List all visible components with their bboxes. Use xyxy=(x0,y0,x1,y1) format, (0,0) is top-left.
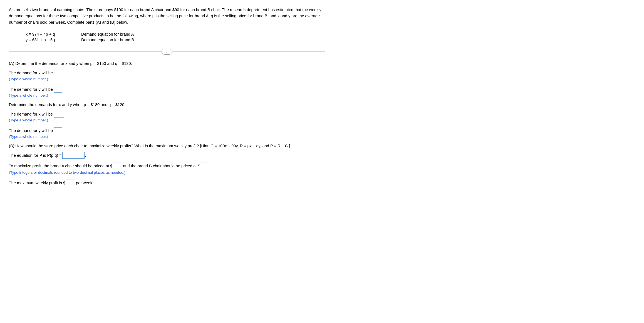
demand-x-second-input[interactable] xyxy=(54,111,64,117)
eq-p-prefix: The equation for P is P(p,q) = xyxy=(9,153,62,158)
demand-y-second-hint: (Type a whole number.) xyxy=(9,134,325,139)
maximize-priceB-box[interactable] xyxy=(201,163,209,169)
equation-row-x: x = 974 − 4p + q Demand equation for bra… xyxy=(26,32,325,36)
demand-y-first-input[interactable] xyxy=(54,86,62,92)
demand-x-first-box[interactable] xyxy=(54,70,62,76)
part-b-section: (B) How should the store price each chai… xyxy=(9,144,325,186)
equation-y-label: Demand equation for brand B xyxy=(81,38,134,42)
profit-prefix: The maximum weekly profit is $ xyxy=(9,181,65,185)
demand-y-first-line: The demand for y will be . xyxy=(9,86,325,93)
eq-p-input[interactable] xyxy=(63,152,84,158)
demand-x-first-hint: (Type a whole number.) xyxy=(9,77,325,81)
demand-y-first-period: . xyxy=(63,87,65,92)
eq-p-box[interactable] xyxy=(62,152,85,159)
profit-suffix: per week. xyxy=(75,181,93,185)
equation-y-left: y = 681 + p − 5q xyxy=(26,38,81,42)
demand-y-first-prefix: The demand for y will be xyxy=(9,87,53,92)
part-a-subtitle: Determine the demands for x and y when p… xyxy=(9,102,325,107)
demand-x-first-period: . xyxy=(63,71,65,75)
demand-y-second-line: The demand for y will be . xyxy=(9,127,325,134)
demand-y-first-hint: (Type a whole number.) xyxy=(9,93,325,97)
eq-p-suffix: . xyxy=(85,153,86,158)
demand-x-second-subsection: The demand for x will be (Type a whole n… xyxy=(9,111,325,122)
demand-x-first-subsection: The demand for x will be . (Type a whole… xyxy=(9,70,325,81)
maximize-line: To maximize profit, the brand A chair sh… xyxy=(9,163,325,169)
intro-paragraph: A store sells two brands of camping chai… xyxy=(9,7,325,25)
demand-x-second-prefix: The demand for x will be xyxy=(9,112,53,116)
part-a-title: (A) Determine the demands for x and y wh… xyxy=(9,61,325,66)
demand-y-first-subsection: The demand for y will be . (Type a whole… xyxy=(9,86,325,97)
part-b-title: (B) How should the store price each chai… xyxy=(9,144,325,148)
maximize-middle: and the brand B chair should be priced a… xyxy=(122,164,200,168)
demand-x-second-box[interactable] xyxy=(54,111,64,118)
profit-line: The maximum weekly profit is $ per week. xyxy=(9,180,325,186)
demand-x-first-input[interactable] xyxy=(54,70,62,76)
demand-x-first-prefix: The demand for x will be xyxy=(9,71,53,75)
maximize-prefix: To maximize profit, the brand A chair sh… xyxy=(9,164,112,168)
intro-text: A store sells two brands of camping chai… xyxy=(9,8,321,25)
equations-block: x = 974 − 4p + q Demand equation for bra… xyxy=(26,32,325,42)
demand-x-second-hint: (Type a whole number.) xyxy=(9,118,325,122)
profit-box[interactable] xyxy=(66,180,74,186)
part-a-section: (A) Determine the demands for x and y wh… xyxy=(9,61,325,139)
maximize-subsection: To maximize profit, the brand A chair sh… xyxy=(9,163,325,175)
demand-y-second-input[interactable] xyxy=(54,128,62,134)
demand-y-first-box[interactable] xyxy=(54,86,62,93)
profit-input[interactable] xyxy=(66,180,74,186)
equation-x-label: Demand equation for brand A xyxy=(81,32,134,36)
equation-x-left: x = 974 − 4p + q xyxy=(26,32,81,36)
demand-x-second-line: The demand for x will be xyxy=(9,111,325,118)
demand-y-second-subsection: The demand for y will be . (Type a whole… xyxy=(9,127,325,139)
maximize-hint: (Type integers or decimals rounded to tw… xyxy=(9,170,325,175)
divider-container: ... xyxy=(9,49,325,55)
maximize-priceB-input[interactable] xyxy=(201,163,209,169)
demand-x-first-line: The demand for x will be . xyxy=(9,70,325,76)
maximize-priceA-box[interactable] xyxy=(113,163,121,169)
equation-p-line: The equation for P is P(p,q) = . xyxy=(9,152,325,159)
maximize-priceA-input[interactable] xyxy=(113,163,121,169)
equation-row-y: y = 681 + p − 5q Demand equation for bra… xyxy=(26,38,325,42)
demand-y-second-box[interactable] xyxy=(54,127,62,134)
divider-dots: ... xyxy=(162,49,172,55)
maximize-suffix: . xyxy=(210,164,211,168)
demand-y-second-period: . xyxy=(63,128,65,133)
demand-y-second-prefix: The demand for y will be xyxy=(9,128,53,133)
